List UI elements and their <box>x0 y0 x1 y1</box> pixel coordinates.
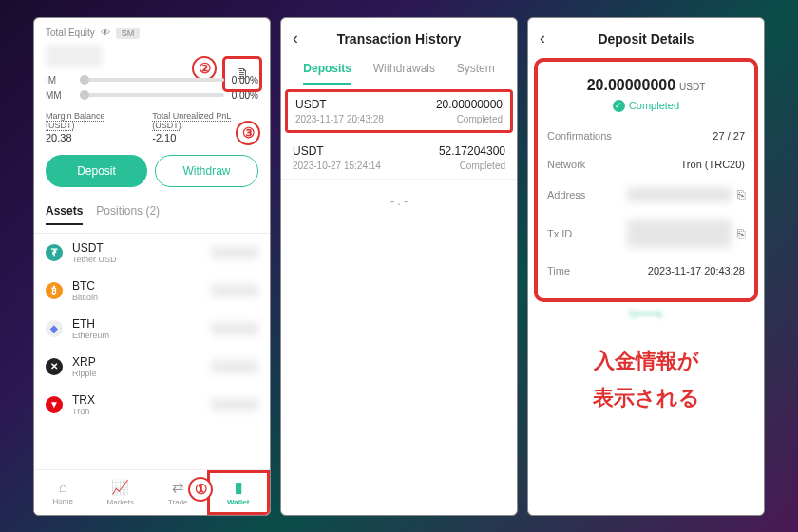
document-icon[interactable]: 🗎 <box>235 66 250 83</box>
home-icon: ⌂ <box>59 479 67 495</box>
page-title: Transaction History <box>337 31 462 47</box>
network-label: Network <box>547 159 585 170</box>
bottom-nav: ⌂Home 📈Markets ⇄Trade ▮Wallet <box>34 469 270 515</box>
asset-name: Bitcoin <box>72 293 201 302</box>
asset-icon: ₿ <box>46 282 63 299</box>
asset-symbol: USDT <box>72 241 201 255</box>
tab-positions[interactable]: Positions (2) <box>96 204 160 225</box>
wallet-icon: ▮ <box>235 479 242 496</box>
tab-withdrawals[interactable]: Withdrawals <box>373 62 435 85</box>
address-value-blurred <box>627 187 732 202</box>
asset-icon: ₮ <box>46 244 63 261</box>
tx-timestamp: 2023-11-17 20:43:28 <box>295 114 384 124</box>
asset-row[interactable]: ₮ USDTTether USD <box>34 234 270 272</box>
time-value: 2023-11-17 20:43:28 <box>648 265 745 276</box>
network-value: Tron (TRC20) <box>681 159 745 170</box>
annotation-text: 入金情報が 表示される <box>528 321 764 438</box>
nav-wallet-highlight[interactable]: ▮Wallet <box>207 470 271 515</box>
tx-timestamp: 2023-10-27 15:24:14 <box>293 161 381 171</box>
screen-transaction-history: ‹ Transaction History Deposits Withdrawa… <box>280 17 518 516</box>
txid-value-blurred <box>627 219 732 248</box>
asset-row[interactable]: ▼ TRXTron <box>34 386 270 424</box>
back-icon[interactable]: ‹ <box>540 28 545 48</box>
asset-symbol: ETH <box>72 317 201 331</box>
deposit-unit: USDT <box>679 82 705 92</box>
tab-assets[interactable]: Assets <box>46 204 83 225</box>
withdraw-button[interactable]: Withdraw <box>155 155 258 187</box>
nav-home[interactable]: ⌂Home <box>34 470 92 515</box>
asset-name: Ripple <box>72 369 201 378</box>
margin-balance-value: 20.38 <box>46 132 133 143</box>
copy-icon[interactable]: ⎘ <box>737 187 745 202</box>
tx-status: Completed <box>457 114 503 124</box>
deposit-button[interactable]: Deposit <box>46 155 147 187</box>
asset-row[interactable]: ₿ BTCBitcoin <box>34 272 270 310</box>
asset-value-blurred <box>211 284 258 297</box>
status-badge: ✓Completed <box>547 100 745 122</box>
mm-slider[interactable] <box>80 93 224 97</box>
marker-1: ① <box>188 477 213 502</box>
markets-icon: 📈 <box>111 479 129 496</box>
tx-amount: 20.00000000 <box>436 98 503 111</box>
asset-name: Ethereum <box>72 331 201 340</box>
trade-icon: ⇄ <box>172 479 184 496</box>
asset-value-blurred <box>211 246 258 259</box>
asset-icon: ▼ <box>46 396 63 413</box>
asset-symbol: TRX <box>72 393 201 407</box>
confirmations-value: 27 / 27 <box>712 130 745 142</box>
asset-value-blurred <box>211 398 258 411</box>
asset-row[interactable]: ✕ XRPRipple <box>34 348 270 386</box>
confirmations-label: Confirmations <box>547 130 612 142</box>
tx-amount: 52.17204300 <box>439 144 505 158</box>
asset-value-blurred <box>211 322 258 335</box>
list-end: - . - <box>281 180 517 223</box>
tx-symbol: USDT <box>295 98 327 111</box>
time-label: Time <box>547 265 570 276</box>
screen-deposit-details: ‹ Deposit Details 20.00000000USDT ✓Compl… <box>527 17 765 516</box>
asset-icon: ◆ <box>46 320 63 337</box>
screen-wallet: Total Equity 👁 SM 🗎 ② IM 0.00% MM 0.00% … <box>33 17 271 516</box>
nav-markets[interactable]: 📈Markets <box>92 470 150 515</box>
deposit-amount: 20.00000000 <box>587 77 675 93</box>
asset-symbol: BTC <box>72 279 201 293</box>
details-card-highlight: 20.00000000USDT ✓Completed Confirmations… <box>534 58 758 302</box>
total-equity-value-blurred <box>46 45 103 67</box>
im-slider[interactable] <box>80 78 224 82</box>
tab-deposits[interactable]: Deposits <box>303 62 352 85</box>
asset-row[interactable]: ◆ ETHEthereum <box>34 310 270 348</box>
page-title: Deposit Details <box>598 31 694 47</box>
address-label: Address <box>547 189 585 200</box>
marker-3: ③ <box>236 121 260 145</box>
txid-label: Tx ID <box>547 228 572 239</box>
asset-icon: ✕ <box>46 358 63 375</box>
transaction-row-highlight[interactable]: USDT20.00000000 2023-11-17 20:43:28Compl… <box>285 89 513 133</box>
mm-label: MM <box>46 90 72 101</box>
im-label: IM <box>46 75 72 86</box>
blurred-text: N•••••k <box>528 304 764 321</box>
sm-badge: SM <box>116 28 141 39</box>
check-icon: ✓ <box>613 100 625 112</box>
margin-balance-label: Margin Balance (USDT) <box>46 111 133 130</box>
asset-name: Tron <box>72 407 201 416</box>
tx-symbol: USDT <box>293 144 324 158</box>
tx-status: Completed <box>460 161 505 171</box>
eye-icon[interactable]: 👁 <box>101 28 110 38</box>
marker-2: ② <box>192 56 217 81</box>
asset-name: Tether USD <box>72 255 201 264</box>
transaction-row[interactable]: USDT52.17204300 2023-10-27 15:24:14Compl… <box>281 137 517 180</box>
back-icon[interactable]: ‹ <box>293 28 298 48</box>
copy-icon[interactable]: ⎘ <box>737 226 745 241</box>
total-equity-label: Total Equity <box>46 28 95 38</box>
asset-value-blurred <box>211 360 258 373</box>
history-button-highlight: 🗎 <box>222 56 262 92</box>
asset-symbol: XRP <box>72 355 201 369</box>
tab-system[interactable]: System <box>457 62 495 85</box>
